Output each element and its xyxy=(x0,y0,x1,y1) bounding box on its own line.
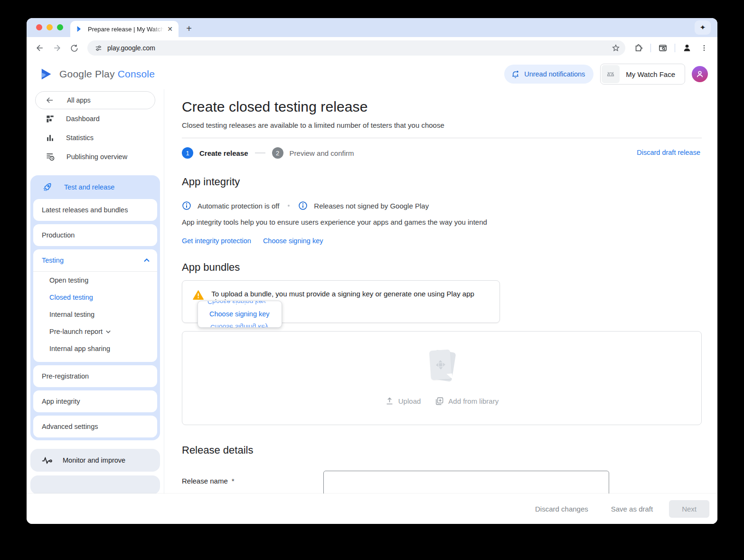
ghost-glitch-text: Choose signing key xyxy=(207,301,265,305)
upload-button[interactable]: Upload xyxy=(385,397,421,406)
page-subtitle: Closed testing releases are available to… xyxy=(182,121,702,129)
testing-label: Testing xyxy=(42,256,64,264)
zoom-window-button[interactable] xyxy=(57,24,63,30)
rocket-icon xyxy=(42,182,52,192)
sidebar-card-testing: Testing Open testing Closed testing Inte… xyxy=(33,249,157,362)
bottom-action-bar: Discard changes Save as draft Next xyxy=(27,494,717,524)
page-title: Create closed testing release xyxy=(182,98,702,115)
card-label: Latest releases and bundles xyxy=(33,199,157,221)
all-apps-back-button[interactable]: All apps xyxy=(35,91,155,109)
browser-toolbar: play.google.com xyxy=(27,37,717,59)
forward-button[interactable] xyxy=(49,40,65,56)
traffic-lights xyxy=(36,24,63,30)
status-separator-dot xyxy=(288,205,290,207)
sidebar-card-pre-registration[interactable]: Pre-registration xyxy=(33,365,157,387)
bookmark-star-icon[interactable] xyxy=(609,41,622,55)
minimize-window-button[interactable] xyxy=(47,24,53,30)
statistics-icon xyxy=(46,133,55,142)
sidebar-item-open-testing[interactable]: Open testing xyxy=(33,272,157,289)
ghost-button-label: Choose signing key xyxy=(209,310,270,318)
discard-changes-button[interactable]: Discard changes xyxy=(526,500,598,518)
choose-signing-key-drag-ghost[interactable]: Choose signing key Choose signing key Ch… xyxy=(198,301,282,328)
close-window-button[interactable] xyxy=(36,24,42,30)
chevron-up-icon xyxy=(144,258,150,262)
browser-tab[interactable]: Prepare release | My Watch Fa ✕ xyxy=(70,21,179,37)
add-from-library-icon xyxy=(435,397,444,406)
sidebar-card-advanced-settings[interactable]: Advanced settings xyxy=(33,416,157,437)
account-avatar[interactable] xyxy=(692,66,708,82)
back-arrow-icon xyxy=(46,96,54,104)
app-body: All apps Dashboard Statistics Publishing… xyxy=(27,89,717,524)
publishing-overview-icon xyxy=(46,152,55,161)
step-create-release: 1 Create release xyxy=(182,147,248,159)
reload-button[interactable] xyxy=(66,40,82,56)
release-details-heading: Release details xyxy=(182,444,702,456)
sidebar-card-latest-releases[interactable]: Latest releases and bundles xyxy=(33,199,157,221)
site-info-icon[interactable] xyxy=(92,42,104,54)
sidebar-item-monitor-and-improve[interactable]: Monitor and improve xyxy=(30,449,160,472)
status-automatic-protection: Automatic protection is off xyxy=(198,202,279,210)
sub-item-label: Open testing xyxy=(49,276,88,284)
new-tab-button[interactable]: + xyxy=(182,22,196,35)
step-label: Create release xyxy=(199,149,248,157)
sidebar-item-internal-app-sharing[interactable]: Internal app sharing xyxy=(33,340,157,357)
add-from-library-button[interactable]: Add from library xyxy=(435,397,499,406)
release-name-text: Release name xyxy=(182,477,228,485)
selected-app-name: My Watch Face xyxy=(620,70,684,78)
sidebar-item-dashboard[interactable]: Dashboard xyxy=(27,109,164,128)
notification-bell-icon xyxy=(511,70,520,79)
sidebar-card-production[interactable]: Production xyxy=(33,224,157,246)
upload-actions: Upload Add from library xyxy=(182,397,701,406)
browser-menu-kebab-icon[interactable] xyxy=(697,40,712,56)
next-button[interactable]: Next xyxy=(669,500,709,518)
sub-item-label: Internal testing xyxy=(49,311,94,318)
header-right: Unread notifications My Watch Face xyxy=(504,64,708,85)
address-bar[interactable]: play.google.com xyxy=(87,40,625,56)
url-text[interactable]: play.google.com xyxy=(107,44,609,52)
sidebar-item-pre-launch-report[interactable]: Pre-launch report xyxy=(33,323,157,340)
release-name-label: Release name* xyxy=(182,471,323,485)
sidebar-item-statistics[interactable]: Statistics xyxy=(27,128,164,147)
sidebar-item-closed-testing[interactable]: Closed testing xyxy=(33,289,157,306)
unread-notifications-button[interactable]: Unread notifications xyxy=(504,65,593,84)
play-console-logo[interactable]: Google Play Console xyxy=(40,67,155,81)
choose-signing-key-link[interactable]: Choose signing key xyxy=(263,237,323,245)
info-icon[interactable] xyxy=(182,201,191,210)
avatar-person-icon xyxy=(695,69,705,79)
step-number: 1 xyxy=(182,147,193,159)
browser-profile-icon[interactable] xyxy=(679,40,695,56)
get-integrity-protection-link[interactable]: Get integrity protection xyxy=(182,237,251,245)
discard-draft-release-link[interactable]: Discard draft release xyxy=(637,149,700,156)
sidebar-item-label: Monitor and improve xyxy=(63,456,125,464)
main-content: Create closed testing release Closed tes… xyxy=(164,89,717,524)
chevron-down-icon xyxy=(106,330,111,333)
step-connector xyxy=(255,152,265,153)
upload-label: Upload xyxy=(398,397,421,405)
tab-favicon-play-icon xyxy=(76,25,84,33)
extensions-icon[interactable] xyxy=(631,40,646,56)
integrity-status-row: Automatic protection is off Releases not… xyxy=(182,201,702,210)
sidebar-item-partial[interactable] xyxy=(30,475,160,494)
play-console-header: Google Play Console Unread notifications… xyxy=(27,59,717,89)
test-and-release-section: Test and release Latest releases and bun… xyxy=(30,175,160,440)
brand-google-play: Google Play xyxy=(59,68,115,79)
tab-organize-sparkle-icon[interactable]: ✦ xyxy=(695,20,711,35)
app-selector[interactable]: My Watch Face xyxy=(600,64,685,85)
brand-text: Google Play Console xyxy=(59,68,155,80)
sidebar-item-testing[interactable]: Testing xyxy=(33,249,157,271)
pulse-icon xyxy=(42,457,52,464)
card-label: Pre-registration xyxy=(33,365,157,387)
info-icon[interactable] xyxy=(298,201,308,210)
sidebar-item-publishing-overview[interactable]: Publishing overview xyxy=(27,147,164,166)
tab-strip: Prepare release | My Watch Fa ✕ + ✦ xyxy=(27,18,717,37)
save-as-draft-button[interactable]: Save as draft xyxy=(602,500,662,518)
back-button[interactable] xyxy=(32,40,47,56)
tab-close-icon[interactable]: ✕ xyxy=(165,25,175,33)
sidebar-item-internal-testing[interactable]: Internal testing xyxy=(33,306,157,323)
sidebar-item-test-and-release[interactable]: Test and release xyxy=(30,175,160,199)
sidebar-card-app-integrity[interactable]: App integrity xyxy=(33,390,157,412)
upload-icon xyxy=(385,397,394,406)
toolbar-divider xyxy=(650,44,651,52)
brand-console: Console xyxy=(118,68,155,79)
tab-search-icon[interactable] xyxy=(655,40,670,56)
